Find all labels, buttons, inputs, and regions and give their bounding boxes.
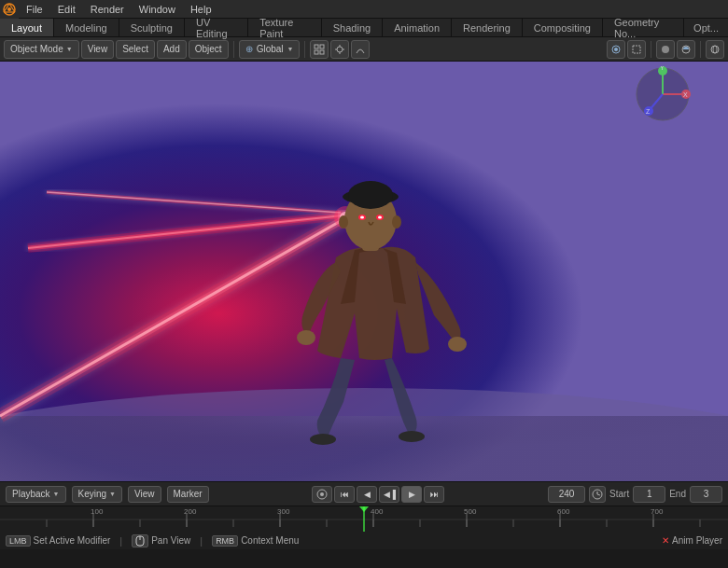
status-right: ✕ Anim Player xyxy=(662,535,722,546)
svg-text:X: X xyxy=(683,91,688,98)
menu-window[interactable]: Window xyxy=(132,0,183,18)
svg-point-59 xyxy=(320,492,324,496)
svg-point-34 xyxy=(297,330,315,345)
view-btn[interactable]: View xyxy=(81,40,115,59)
svg-point-15 xyxy=(614,48,618,51)
select-btn[interactable]: Select xyxy=(116,40,155,59)
svg-text:400: 400 xyxy=(371,507,384,516)
blender-logo xyxy=(0,0,19,19)
main-viewport[interactable]: X Y Z xyxy=(0,62,728,481)
svg-rect-7 xyxy=(315,50,318,54)
svg-rect-23 xyxy=(0,416,728,481)
viewport-content: X Y Z xyxy=(0,62,728,481)
end-frame-input[interactable]: 3 xyxy=(690,486,722,503)
timeline-ruler[interactable]: 100 200 300 400 500 600 700 xyxy=(0,506,728,532)
start-label: Start xyxy=(609,489,629,499)
snap-icon-btn[interactable] xyxy=(310,40,329,59)
tab-animation[interactable]: Animation xyxy=(383,19,452,36)
mode-selector[interactable]: Object Mode ▼ xyxy=(4,40,79,59)
tab-geometry-nodes[interactable]: Geometry No... xyxy=(603,19,684,36)
start-frame-input[interactable]: 1 xyxy=(633,486,665,503)
tab-uv-editing[interactable]: UV Editing xyxy=(185,19,248,36)
svg-text:500: 500 xyxy=(464,507,477,516)
tab-texture-paint[interactable]: Texture Paint xyxy=(248,19,322,36)
playback-controls: ⏮ ◀ ◀▐ ▶ ⏭ xyxy=(312,486,444,503)
play-btn[interactable]: ▶ xyxy=(401,486,422,503)
svg-point-9 xyxy=(337,47,343,52)
svg-point-41 xyxy=(348,181,393,209)
current-frame-input[interactable]: 240 xyxy=(548,486,585,503)
viewport-gizmo[interactable]: X Y Z xyxy=(635,66,691,122)
keying-menu[interactable]: Keying ▼ xyxy=(72,486,123,503)
svg-rect-16 xyxy=(633,46,640,53)
menu-edit[interactable]: Edit xyxy=(50,0,83,18)
add-btn[interactable]: Add xyxy=(157,40,187,59)
tab-modeling[interactable]: Modeling xyxy=(54,19,119,36)
prev-frame-btn[interactable]: ◀ xyxy=(357,486,377,503)
tab-shading[interactable]: Shading xyxy=(322,19,383,36)
svg-rect-5 xyxy=(315,45,318,48)
rmb-shortcut: RMB xyxy=(212,535,238,547)
status-sep-2: | xyxy=(200,535,203,547)
x-icon: ✕ xyxy=(662,535,669,546)
object-btn[interactable]: Object xyxy=(189,40,229,59)
view-menu[interactable]: View xyxy=(128,486,161,503)
menu-file[interactable]: File xyxy=(19,0,50,18)
rendered-mode-btn[interactable] xyxy=(677,40,695,59)
svg-point-44 xyxy=(360,216,364,219)
svg-point-17 xyxy=(662,46,669,53)
marker-menu[interactable]: Marker xyxy=(167,486,209,503)
pivot-icon-btn[interactable] xyxy=(330,40,349,59)
toolbar-sep-3 xyxy=(651,41,651,58)
xray-btn[interactable] xyxy=(627,40,646,59)
end-label: End xyxy=(669,489,686,499)
jump-start-btn[interactable]: ⏮ xyxy=(334,486,355,503)
pan-view-label: Pan View xyxy=(151,535,190,546)
viewport-overlay-btn[interactable] xyxy=(607,40,625,59)
svg-point-46 xyxy=(339,215,348,229)
svg-point-37 xyxy=(399,431,425,442)
svg-point-1 xyxy=(7,7,11,11)
svg-text:600: 600 xyxy=(557,507,570,516)
transform-orientation[interactable]: ⊕ Global ▼ xyxy=(239,40,301,59)
svg-rect-8 xyxy=(320,50,324,54)
menu-items: File Edit Render Window Help xyxy=(19,0,219,18)
context-menu-label: Context Menu xyxy=(241,535,299,546)
timeline-ruler-svg: 100 200 300 400 500 600 700 xyxy=(0,506,728,532)
timeline-controls: Playback ▼ Keying ▼ View Marker ⏮ ◀ ◀▐ ▶… xyxy=(0,482,728,506)
frame-selector[interactable] xyxy=(312,486,332,503)
svg-text:300: 300 xyxy=(277,507,290,516)
clock-icon-btn[interactable] xyxy=(589,486,606,503)
svg-point-47 xyxy=(392,215,401,229)
jump-end-btn[interactable]: ⏭ xyxy=(424,486,444,503)
status-anim-player: ✕ Anim Player xyxy=(662,535,722,546)
playback-menu[interactable]: Playback ▼ xyxy=(6,486,66,503)
tab-layout[interactable]: Layout xyxy=(0,19,54,36)
svg-text:200: 200 xyxy=(184,507,197,516)
timeline-end-controls: 240 Start 1 End 3 xyxy=(548,486,722,503)
svg-text:700: 700 xyxy=(651,507,664,516)
workspace-tab-options[interactable]: Opt... xyxy=(684,22,728,34)
tab-compositing[interactable]: Compositing xyxy=(523,19,603,36)
set-active-modifier-label: Set Active Modifier xyxy=(34,535,111,546)
play-reverse-btn[interactable]: ◀▐ xyxy=(379,486,399,503)
solid-mode-btn[interactable] xyxy=(656,40,675,59)
tab-sculpting[interactable]: Sculpting xyxy=(119,19,185,36)
svg-text:Y: Y xyxy=(660,66,665,71)
toolbar: Object Mode ▼ View Select Add Object ⊕ G… xyxy=(0,37,728,62)
tab-rendering[interactable]: Rendering xyxy=(452,19,523,36)
world-space-btn[interactable] xyxy=(706,40,724,59)
svg-point-35 xyxy=(448,337,467,352)
menu-help[interactable]: Help xyxy=(183,0,219,18)
playback-label: Playback xyxy=(12,489,50,499)
svg-point-20 xyxy=(713,46,717,53)
mmb-shortcut xyxy=(132,534,148,547)
keying-dropdown-arrow: ▼ xyxy=(109,491,116,497)
lmb-shortcut: LMB xyxy=(6,535,31,547)
anim-player-label: Anim Player xyxy=(672,535,722,546)
workspace-tabs: Layout Modeling Sculpting UV Editing Tex… xyxy=(0,19,728,37)
mode-label: Object Mode xyxy=(10,44,63,54)
menu-render[interactable]: Render xyxy=(83,0,132,18)
toolbar-sep-2 xyxy=(304,41,305,58)
proportional-icon-btn[interactable] xyxy=(351,40,370,59)
